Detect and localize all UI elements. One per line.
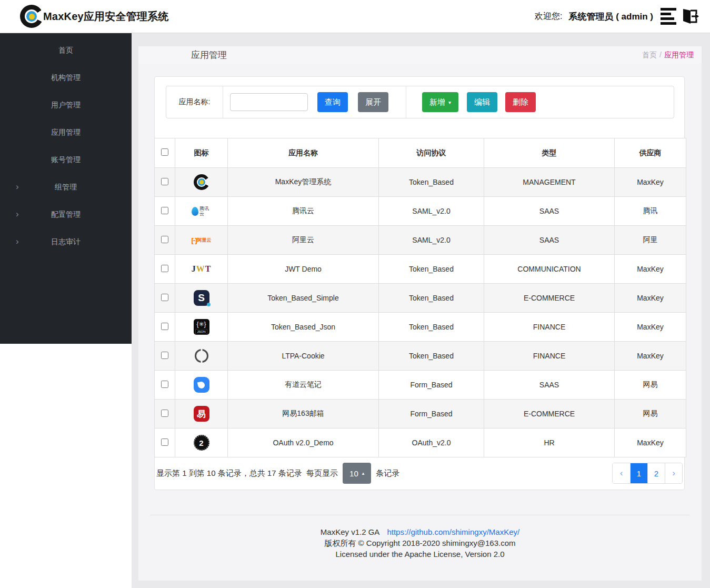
edit-button[interactable]: 编辑 (467, 92, 497, 112)
app-name: 腾讯云 (228, 197, 379, 226)
table-row[interactable]: S Token_Based_Simple Token_Based E-COMME… (155, 284, 686, 313)
table-row[interactable]: JWT JWT Demo Token_Based COMMUNICATION M… (155, 255, 686, 284)
aliyun-icon: [-]阿里云 (192, 236, 212, 244)
prev-page-button[interactable]: ‹ (613, 463, 630, 483)
row-checkbox[interactable] (161, 323, 168, 330)
footer: MaxKey v1.2 GAhttps://github.com/shiming… (138, 526, 702, 560)
chevron-right-icon: › (16, 201, 19, 228)
row-checkbox[interactable] (161, 207, 168, 214)
json-icon: {✳}JSON (194, 319, 209, 335)
row-checkbox[interactable] (161, 410, 168, 417)
app-protocol: Token_Based (379, 313, 484, 342)
caret-down-icon: ▾ (448, 99, 451, 105)
app-name: 网易163邮箱 (228, 400, 379, 428)
row-checkbox[interactable] (161, 178, 168, 185)
breadcrumb-current: 应用管理 (664, 51, 694, 59)
app-protocol: Token_Based (379, 168, 484, 197)
app-vendor: 网易 (615, 371, 686, 400)
toolbar-divider (406, 86, 406, 118)
app-type: SAAS (484, 197, 615, 226)
app-title: MaxKey应用安全管理系统 (43, 9, 168, 24)
page-button-2[interactable]: 2 (647, 463, 665, 483)
oauth2-icon: 2 (194, 435, 209, 451)
sidebar-item-users[interactable]: 用户管理 (0, 91, 132, 118)
app-type: SAAS (484, 226, 615, 255)
pagination-info: 显示第 1 到第 10 条记录，总共 17 条记录 每页显示 10▴ 条记录 (156, 463, 399, 484)
github-link[interactable]: https://github.com/shimingxy/MaxKey/ (387, 527, 519, 536)
row-checkbox[interactable] (161, 265, 168, 272)
token-simple-icon: S (194, 290, 209, 306)
content-wrapper: 应用管理 首页/应用管理 应用名称: 查询 展开 新增▾ 编辑 删除 (138, 46, 702, 581)
sidebar-item-audit[interactable]: ›日志审计 (0, 228, 132, 255)
list-icon[interactable] (661, 8, 676, 25)
app-vendor: MaxKey (615, 428, 686, 457)
app-name: MaxKey管理系统 (228, 168, 379, 197)
app-protocol: SAML_v2.0 (379, 197, 484, 226)
chevron-right-icon: › (16, 228, 19, 255)
sidebar-item-org[interactable]: 机构管理 (0, 64, 132, 91)
app-vendor: MaxKey (615, 284, 686, 313)
main-background: 应用管理 首页/应用管理 应用名称: 查询 展开 新增▾ 编辑 删除 (132, 33, 710, 588)
app-type: HR (484, 428, 615, 457)
app-name-input[interactable] (230, 93, 308, 111)
footer-version: MaxKey v1.2 GA (321, 527, 380, 536)
youdao-note-icon (194, 377, 209, 393)
delete-button[interactable]: 删除 (505, 92, 536, 112)
query-button[interactable]: 查询 (317, 92, 348, 112)
app-vendor: MaxKey (615, 255, 686, 284)
select-all-checkbox[interactable] (161, 148, 168, 156)
table-row[interactable]: 有道云笔记 Form_Based SAAS 网易 (155, 371, 686, 400)
app-protocol: Form_Based (379, 400, 484, 428)
table-row[interactable]: {✳}JSON Token_Based_Json Token_Based FIN… (155, 313, 686, 342)
row-checkbox[interactable] (161, 438, 168, 446)
col-header-icon: 图标 (175, 138, 228, 168)
table-row[interactable]: 易 网易163邮箱 Form_Based E-COMMERCE 网易 (155, 400, 686, 428)
breadcrumb-home-link[interactable]: 首页 (642, 51, 657, 59)
app-type: FINANCE (484, 313, 615, 342)
app-protocol: Token_Based (379, 284, 484, 313)
app-vendor: MaxKey (615, 342, 686, 371)
page-button-1[interactable]: 1 (630, 463, 647, 483)
logout-icon[interactable] (679, 7, 699, 26)
app-type: FINANCE (484, 342, 615, 371)
app-protocol: Token_Based (379, 342, 484, 371)
ltpa-ring-icon (195, 349, 208, 363)
navbar-right: 欢迎您: 系统管理员 ( admin ) (535, 7, 699, 26)
row-checkbox[interactable] (161, 294, 168, 301)
expand-button[interactable]: 展开 (358, 92, 388, 112)
app-type: MANAGEMENT (484, 168, 615, 197)
app-type: E-COMMERCE (484, 284, 615, 313)
table-row[interactable]: MaxKey管理系统 Token_Based MANAGEMENT MaxKey (155, 168, 686, 197)
sidebar-item-apps[interactable]: 应用管理 (0, 118, 132, 146)
pagination-bar: 显示第 1 到第 10 条记录，总共 17 条记录 每页显示 10▴ 条记录 ‹… (155, 457, 685, 490)
sidebar-item-accounts[interactable]: 账号管理 (0, 146, 132, 173)
netease-163-icon: 易 (194, 406, 209, 422)
app-name: JWT Demo (228, 255, 379, 284)
app-name: Token_Based_Json (228, 313, 379, 342)
app-name: 有道云笔记 (228, 371, 379, 400)
col-header-type: 类型 (484, 138, 615, 168)
app-type: E-COMMERCE (484, 400, 615, 428)
page-size-dropdown[interactable]: 10▴ (343, 463, 371, 484)
app-vendor: MaxKey (615, 313, 686, 342)
row-checkbox[interactable] (161, 352, 168, 359)
footer-license: Licensed under the Apache License, Versi… (138, 549, 702, 560)
table-header-row: 图标 应用名称 访问协议 类型 供应商 (155, 138, 686, 168)
sidebar-item-home[interactable]: 首页 (0, 36, 132, 64)
app-vendor: MaxKey (615, 168, 686, 197)
next-page-button[interactable]: › (665, 463, 682, 483)
sidebar-item-groups[interactable]: ›组管理 (0, 173, 132, 201)
add-button[interactable]: 新增▾ (422, 92, 458, 112)
col-header-name: 应用名称 (228, 138, 379, 168)
row-checkbox[interactable] (161, 236, 168, 243)
breadcrumb: 首页/应用管理 (642, 51, 694, 60)
col-header-vendor: 供应商 (615, 138, 686, 168)
table-row[interactable]: LTPA-Cookie Token_Based FINANCE MaxKey (155, 342, 686, 371)
jwt-icon: JWT (192, 264, 212, 274)
row-checkbox[interactable] (161, 381, 168, 388)
table-row[interactable]: 2 OAuth v2.0_Demo OAuth_v2.0 HR MaxKey (155, 428, 686, 457)
table-row[interactable]: [-]阿里云 阿里云 SAML_v2.0 SAAS 阿里 (155, 226, 686, 255)
table-row[interactable]: 腾讯云 腾讯云 SAML_v2.0 SAAS 腾讯 (155, 197, 686, 226)
sidebar-item-config[interactable]: ›配置管理 (0, 201, 132, 228)
sidebar: 首页 机构管理 用户管理 应用管理 账号管理 ›组管理 ›配置管理 ›日志审计 (0, 33, 132, 344)
